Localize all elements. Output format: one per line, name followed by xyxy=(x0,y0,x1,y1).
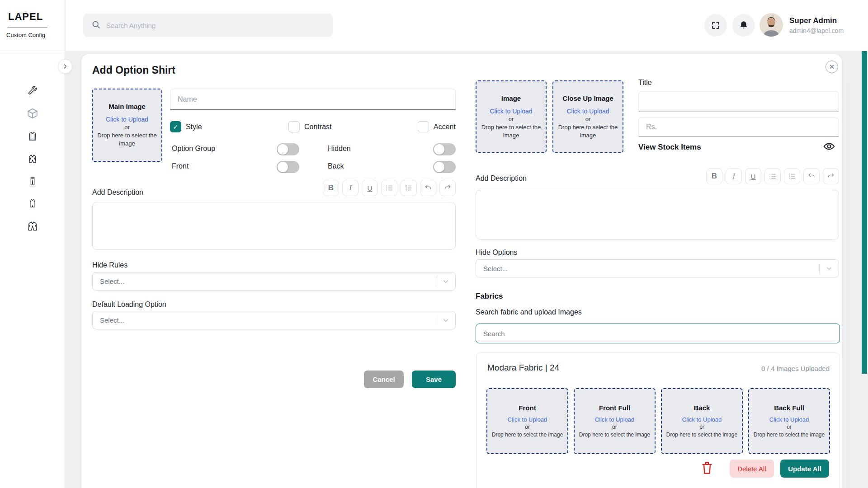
bullet-list-button bullet-list-icon[interactable] xyxy=(381,180,397,196)
undo-button undo-icon[interactable] xyxy=(803,168,820,184)
select-value: Select... xyxy=(93,277,436,285)
redo-button redo-icon[interactable] xyxy=(823,168,839,184)
modal-close-button close-icon[interactable]: ✕ xyxy=(826,61,838,73)
toggle-knob xyxy=(278,162,288,172)
closeup-image-dropzone[interactable]: Close Up Image Click to Upload or Drop h… xyxy=(552,80,623,153)
sidebar-item-blazers blazer-icon[interactable] xyxy=(27,153,38,165)
price-input[interactable] xyxy=(638,117,839,136)
description-label: Add Description xyxy=(92,188,143,197)
contrast-checkbox[interactable]: Contrast xyxy=(288,121,331,132)
title-input[interactable] xyxy=(638,91,839,112)
ordered-list-button ordered-list-icon[interactable] xyxy=(401,180,417,196)
chevron-down-icon xyxy=(436,278,455,285)
option-group-toggle[interactable] xyxy=(277,143,299,155)
global-search[interactable] xyxy=(83,14,333,37)
italic-button[interactable]: I xyxy=(342,180,359,196)
hide-options-select[interactable]: Select... xyxy=(476,259,839,277)
back-full-dropzone[interactable]: Back Full Click to Upload or Drop here t… xyxy=(748,388,830,454)
bold-button[interactable]: B xyxy=(706,168,722,184)
redo-button redo-icon[interactable] xyxy=(439,180,456,196)
dropzone-title: Image xyxy=(501,94,521,102)
hide-rules-select[interactable]: Select... xyxy=(92,272,456,291)
select-value: Select... xyxy=(476,265,819,272)
dropzone-or-text: or xyxy=(612,424,617,430)
sidebar-item-shirts shirt-icon[interactable] xyxy=(27,131,38,142)
dropzone-or-text: or xyxy=(699,424,704,430)
underline-button[interactable]: U xyxy=(362,180,378,196)
default-loading-label: Default Loading Option xyxy=(92,300,166,309)
bold-icon: B xyxy=(328,183,334,192)
checkbox-label: Contrast xyxy=(304,123,331,131)
delete-all-button[interactable]: Delete All xyxy=(730,460,774,478)
front-full-dropzone[interactable]: Front Full Click to Upload or Drop here … xyxy=(574,388,656,454)
click-to-upload-link[interactable]: Click to Upload xyxy=(682,416,722,423)
click-to-upload-link[interactable]: Click to Upload xyxy=(106,116,148,123)
sidebar-collapse-button chevron-right-icon[interactable] xyxy=(58,59,72,74)
option-group-label: Option Group xyxy=(172,145,215,153)
dropzone-drop-text: Drop here to select the image xyxy=(480,123,542,139)
page-scrollbar-thumb[interactable] xyxy=(862,51,867,374)
delete-fabric-button trash-icon[interactable] xyxy=(701,460,713,476)
italic-button[interactable]: I xyxy=(726,168,742,184)
italic-icon: I xyxy=(732,172,735,181)
click-to-upload-link[interactable]: Click to Upload xyxy=(566,108,609,115)
dropzone-drop-text: Drop here to select the image xyxy=(579,431,650,438)
search-input[interactable] xyxy=(106,22,325,29)
editor-toolbar: B I U xyxy=(706,168,839,184)
notifications-button bell-icon[interactable] xyxy=(732,14,755,37)
brand-subtitle: Custom Config xyxy=(6,32,45,38)
fabric-search-input[interactable] xyxy=(476,324,840,343)
select-value: Select... xyxy=(93,316,436,324)
sidebar-item-vests vest-icon[interactable] xyxy=(27,197,38,209)
view-stock-button eye-icon[interactable] xyxy=(823,140,835,153)
underline-button[interactable]: U xyxy=(745,168,761,184)
save-button[interactable]: Save xyxy=(412,371,456,388)
name-input[interactable] xyxy=(170,89,456,110)
user-name: Super Admin xyxy=(789,16,837,25)
click-to-upload-link[interactable]: Click to Upload xyxy=(490,108,532,115)
cancel-button[interactable]: Cancel xyxy=(364,371,404,388)
description-textarea[interactable] xyxy=(476,190,839,239)
accent-checkbox[interactable]: Accent xyxy=(418,121,456,132)
editor-toolbar: B I U xyxy=(323,180,456,196)
click-to-upload-link[interactable]: Click to Upload xyxy=(508,416,547,423)
front-toggle[interactable] xyxy=(277,161,299,173)
click-to-upload-link[interactable]: Click to Upload xyxy=(769,416,809,423)
hidden-toggle[interactable] xyxy=(433,143,456,155)
default-loading-select[interactable]: Select... xyxy=(92,311,456,329)
fullscreen-button fullscreen-icon[interactable] xyxy=(704,14,727,37)
update-all-button[interactable]: Update All xyxy=(780,460,829,478)
image-dropzone[interactable]: Image Click to Upload or Drop here to se… xyxy=(476,80,547,153)
dropzone-title: Front xyxy=(519,404,536,412)
bold-button[interactable]: B xyxy=(323,180,339,196)
sidebar-item-pants pants-icon[interactable] xyxy=(27,175,38,187)
ordered-list-button ordered-list-icon[interactable] xyxy=(784,168,800,184)
user-email: admin4@lapel.com xyxy=(789,27,844,34)
fabric-slot-row: Front Click to Upload or Drop here to se… xyxy=(486,388,830,454)
title-label: Title xyxy=(638,79,652,87)
back-dropzone[interactable]: Back Click to Upload or Drop here to sel… xyxy=(661,388,743,454)
sidebar-divider xyxy=(0,51,65,51)
fabrics-subheading: Search fabric and upload Images xyxy=(476,308,582,316)
front-dropzone[interactable]: Front Click to Upload or Drop here to se… xyxy=(486,388,568,454)
checkbox-label: Style xyxy=(186,123,202,131)
sidebar-item-tools wrench-icon[interactable] xyxy=(27,85,38,97)
undo-button undo-icon[interactable] xyxy=(420,180,436,196)
sidebar-item-products cube-icon[interactable] xyxy=(27,108,38,119)
back-toggle[interactable] xyxy=(433,161,456,173)
style-checkbox[interactable]: ✓ Style xyxy=(170,121,202,132)
sidebar-item-coats coat-icon[interactable] xyxy=(27,221,38,232)
dropzone-title: Main Image xyxy=(108,103,146,110)
click-to-upload-link[interactable]: Click to Upload xyxy=(595,416,634,423)
modal-title: Add Option Shirt xyxy=(92,64,175,76)
bullet-list-button bullet-list-icon[interactable] xyxy=(764,168,781,184)
toggle-knob xyxy=(278,144,288,155)
user-avatar avatar[interactable] xyxy=(760,13,783,37)
checkbox-box xyxy=(418,121,429,132)
back-label: Back xyxy=(328,162,344,170)
dropzone-drop-text: Drop here to select the image xyxy=(754,431,825,438)
dropzone-or-text: or xyxy=(525,424,530,430)
description-textarea[interactable] xyxy=(92,202,456,250)
modal-inner-scrollbar[interactable] xyxy=(846,81,849,488)
main-image-dropzone[interactable]: Main Image Click to Upload or Drop here … xyxy=(92,89,162,162)
